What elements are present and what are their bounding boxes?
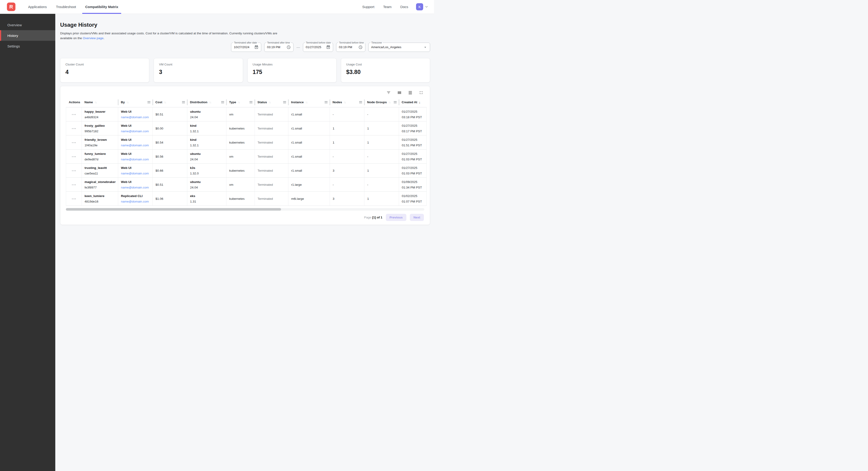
- created-at-cell: 01/27/2025 01:03 PM PST: [399, 150, 427, 164]
- created-date: 01/09/2025: [402, 180, 426, 184]
- density-icon[interactable]: [408, 90, 412, 95]
- replicated-logo[interactable]: R: [7, 3, 16, 11]
- created-by-email-link[interactable]: name@domain.com: [121, 144, 152, 147]
- cluster-id: cae5ea11: [85, 172, 117, 175]
- column-header[interactable]: Distribution ↑↓: [187, 97, 226, 107]
- cluster-id: fe3f8977: [85, 186, 117, 189]
- row-actions-button[interactable]: [71, 169, 77, 173]
- overview-page-link[interactable]: Overview page: [83, 36, 103, 40]
- column-menu-icon[interactable]: [359, 101, 362, 103]
- timezone-label: Timezone: [370, 41, 383, 44]
- sort-icon[interactable]: ↑↓: [126, 101, 129, 104]
- column-menu-icon[interactable]: [283, 101, 286, 103]
- terminated-before-time-value: 03:19 PM: [339, 46, 352, 49]
- sort-icon[interactable]: ↑↓: [344, 101, 346, 104]
- column-header[interactable]: Cost ↑↓: [153, 97, 187, 107]
- created-by-email-link[interactable]: name@domain.com: [121, 129, 152, 133]
- column-menu-icon[interactable]: [221, 101, 224, 103]
- column-menu-icon[interactable]: [148, 101, 150, 103]
- clock-icon[interactable]: [359, 45, 363, 49]
- stat-value: $3.80: [346, 69, 425, 75]
- calendar-icon[interactable]: [326, 45, 330, 49]
- chevron-down-icon[interactable]: [425, 5, 429, 9]
- previous-button[interactable]: Previous: [386, 214, 406, 221]
- sidebar-item-history[interactable]: History: [0, 30, 55, 41]
- sidebar-item-settings[interactable]: Settings: [0, 41, 55, 51]
- sort-icon[interactable]: ↑↓: [94, 101, 97, 104]
- node-groups-cell: 1: [365, 136, 399, 150]
- created-time: 03:18 PM PST: [402, 115, 426, 119]
- row-actions-button[interactable]: [71, 197, 77, 201]
- table-toolbar: [66, 89, 424, 97]
- sort-icon[interactable]: ↑↓: [238, 101, 240, 104]
- tab-troubleshoot[interactable]: Troubleshoot: [53, 0, 79, 13]
- created-date: 01/27/2025: [402, 110, 426, 113]
- sort-icon[interactable]: ↑↓: [209, 101, 212, 104]
- row-actions-button[interactable]: [71, 155, 77, 158]
- sort-icon[interactable]: ↑↓: [389, 101, 391, 104]
- sort-icon[interactable]: ↑↓: [305, 101, 308, 104]
- column-header-label: Status: [257, 100, 267, 104]
- column-header[interactable]: Nodes ↑↓: [330, 97, 365, 107]
- stat-cards: Cluster Count 4 VM Count 3 Usage Minutes…: [60, 58, 430, 83]
- stat-card-cluster-count: Cluster Count 4: [60, 58, 149, 83]
- columns-icon[interactable]: [397, 90, 402, 95]
- column-header[interactable]: Actions: [66, 97, 82, 107]
- terminated-after-time-value: 03:19 PM: [267, 46, 280, 49]
- instance-cell: r1.small: [288, 107, 330, 121]
- column-header[interactable]: Instance ↑↓: [288, 97, 330, 107]
- terminated-before-date-field[interactable]: Terminated before date 01/27/2025: [303, 42, 333, 52]
- column-menu-icon[interactable]: [182, 101, 185, 103]
- team-link[interactable]: Team: [383, 5, 392, 9]
- created-by-email-link[interactable]: name@domain.com: [121, 172, 152, 175]
- sidebar-item-overview[interactable]: Overview: [0, 20, 55, 30]
- row-actions-button[interactable]: [71, 113, 77, 116]
- created-by-email-link[interactable]: name@domain.com: [121, 115, 152, 119]
- terminated-after-time-field[interactable]: Terminated after time 03:19 PM: [264, 42, 293, 52]
- cost-value: $1.06: [155, 197, 163, 201]
- horizontal-scrollbar-thumb[interactable]: [66, 208, 281, 211]
- row-actions-button[interactable]: [71, 183, 77, 187]
- column-header[interactable]: By ↑↓: [118, 97, 153, 107]
- column-menu-icon[interactable]: [249, 101, 252, 103]
- filter-icon[interactable]: [386, 90, 391, 95]
- table-row: frosty_galileo 995b7182 Web UI name@doma…: [66, 121, 427, 136]
- support-link[interactable]: Support: [362, 5, 375, 9]
- node-groups-value: 1: [367, 127, 369, 130]
- column-header[interactable]: Type ↑↓: [226, 97, 255, 107]
- avatar[interactable]: K: [416, 3, 423, 10]
- sort-icon[interactable]: ↑↓: [269, 101, 271, 104]
- column-header[interactable]: Name ↑↓: [82, 97, 118, 107]
- column-header[interactable]: Node Groups ↑↓: [365, 97, 399, 107]
- type-cell: kubernetes: [226, 192, 255, 206]
- terminated-before-time-field[interactable]: Terminated before time 03:19 PM: [336, 42, 365, 52]
- created-by-email-link[interactable]: name@domain.com: [121, 157, 152, 161]
- tab-applications[interactable]: Applications: [25, 0, 50, 13]
- row-actions-button[interactable]: [71, 127, 77, 130]
- calendar-icon[interactable]: [254, 45, 258, 49]
- clock-icon[interactable]: [286, 45, 291, 49]
- tab-compatibility-matrix[interactable]: Compatibility Matrix: [82, 0, 121, 13]
- column-header-label: By: [121, 100, 125, 104]
- docs-link[interactable]: Docs: [400, 5, 408, 9]
- next-button[interactable]: Next: [410, 214, 424, 221]
- cost-cell: $0.51: [153, 107, 187, 121]
- dropdown-caret-icon[interactable]: [423, 45, 427, 49]
- timezone-select[interactable]: Timezone America/Los_Angeles: [368, 42, 430, 52]
- created-by-email-link[interactable]: name@domain.com: [121, 186, 152, 189]
- node-groups-value: 1: [367, 197, 369, 201]
- created-by-source: Web UI: [121, 124, 152, 127]
- column-menu-icon[interactable]: [394, 101, 397, 103]
- by-cell: Web UI name@domain.com: [118, 136, 153, 150]
- column-header[interactable]: Created At ↓: [399, 97, 427, 107]
- horizontal-scrollbar-track[interactable]: [66, 208, 424, 211]
- sort-desc-icon[interactable]: ↓: [419, 100, 421, 104]
- terminated-after-date-field[interactable]: Terminated after date 10/27/2024: [231, 42, 261, 52]
- column-menu-icon[interactable]: [324, 101, 328, 103]
- table-row: magical_stonebraker fe3f8977 Web UI name…: [66, 178, 427, 192]
- sort-icon[interactable]: ↑↓: [164, 101, 166, 104]
- column-header[interactable]: Status ↑↓: [255, 97, 288, 107]
- created-by-email-link[interactable]: name@domain.com: [121, 200, 152, 203]
- row-actions-button[interactable]: [71, 141, 77, 145]
- fullscreen-icon[interactable]: [419, 90, 424, 95]
